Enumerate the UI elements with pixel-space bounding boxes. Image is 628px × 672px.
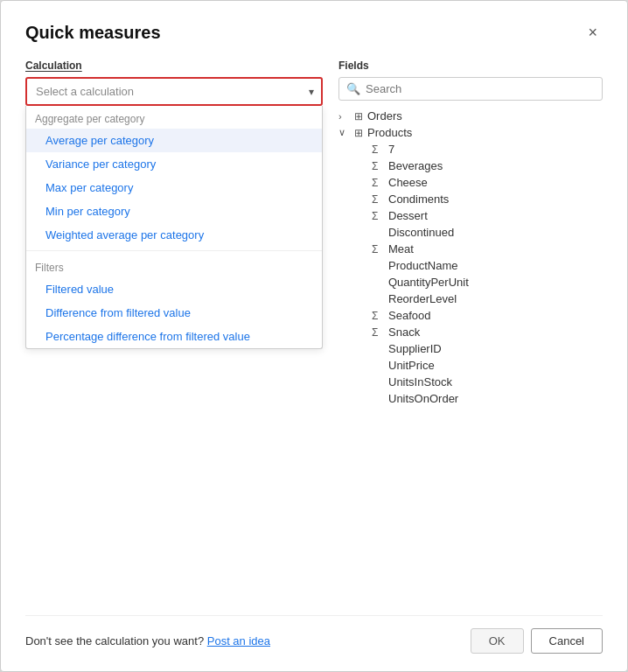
tree-item-unitprice[interactable]: UnitPrice xyxy=(338,357,603,374)
sigma-icon: Σ xyxy=(372,310,384,322)
calculation-dropdown[interactable]: Select a calculation xyxy=(25,77,323,106)
field-unitprice-label: UnitPrice xyxy=(388,359,435,372)
fields-tree: › ⊞ Orders ∨ ⊞ Products Σ 7 Σ Beverage xyxy=(338,108,603,594)
group2-label: Filters xyxy=(26,255,322,277)
field-productname-label: ProductName xyxy=(388,259,457,272)
field-dessert-label: Dessert xyxy=(388,209,428,222)
field-meat-label: Meat xyxy=(388,242,414,256)
footer-buttons: OK Cancel xyxy=(471,628,603,654)
sigma-icon: Σ xyxy=(372,144,384,156)
chevron-right-icon: › xyxy=(338,111,351,122)
fields-label: Fields xyxy=(338,60,603,72)
search-input[interactable] xyxy=(366,82,595,95)
ok-button[interactable]: OK xyxy=(471,628,524,654)
tree-item-meat[interactable]: Σ Meat xyxy=(338,241,603,257)
sigma-icon: Σ xyxy=(372,243,384,256)
no-sigma-spacer xyxy=(372,393,384,405)
products-label: Products xyxy=(367,126,412,139)
table-icon: ⊞ xyxy=(354,110,363,122)
dropdown-item-average[interactable]: Average per category xyxy=(26,129,322,152)
dropdown-item-pct-diff-filtered[interactable]: Percentage difference from filtered valu… xyxy=(26,325,322,348)
sigma-icon: Σ xyxy=(372,326,384,339)
field-condiments-label: Condiments xyxy=(388,192,449,206)
quick-measures-dialog: Quick measures × Calculation Select a ca… xyxy=(0,0,628,672)
group1-label: Aggregate per category xyxy=(26,106,322,129)
tree-item-reorderlevel[interactable]: ReorderLevel xyxy=(338,290,603,307)
dropdown-item-weighted[interactable]: Weighted average per category xyxy=(26,223,322,247)
dropdown-item-min[interactable]: Min per category xyxy=(26,200,322,223)
field-reorderlevel-label: ReorderLevel xyxy=(388,292,457,305)
left-panel: Calculation Select a calculation ▾ Aggre… xyxy=(25,60,323,594)
tree-item-products[interactable]: ∨ ⊞ Products xyxy=(338,124,603,141)
no-sigma-spacer xyxy=(372,343,384,355)
tree-item-snack[interactable]: Σ Snack xyxy=(338,324,603,340)
dropdown-list: Aggregate per category Average per categ… xyxy=(25,106,323,349)
table-icon: ⊞ xyxy=(354,127,363,139)
dropdown-item-filtered[interactable]: Filtered value xyxy=(26,277,322,301)
tree-item-beverages[interactable]: Σ Beverages xyxy=(338,158,603,174)
sigma-icon: Σ xyxy=(372,210,384,222)
search-icon: 🔍 xyxy=(346,82,360,95)
tree-item-cheese[interactable]: Σ Cheese xyxy=(338,174,603,191)
tree-item-unitsinstock[interactable]: UnitsInStock xyxy=(338,374,603,390)
search-box: 🔍 xyxy=(338,77,603,101)
sigma-icon: Σ xyxy=(372,193,384,206)
tree-item-unitsonorder[interactable]: UnitsOnOrder xyxy=(338,390,603,407)
no-sigma-spacer xyxy=(372,376,384,388)
sigma-icon: Σ xyxy=(372,160,384,172)
field-unitsonorder-label: UnitsOnOrder xyxy=(388,392,458,405)
dropdown-item-diff-filtered[interactable]: Difference from filtered value xyxy=(26,301,322,325)
footer-hint: Don't see the calculation you want? Post… xyxy=(25,634,270,648)
post-idea-link[interactable]: Post an idea xyxy=(207,634,270,648)
right-panel: Fields 🔍 › ⊞ Orders ∨ ⊞ Products xyxy=(338,60,603,594)
dropdown-item-variance[interactable]: Variance per category xyxy=(26,152,322,176)
no-sigma-spacer xyxy=(372,260,384,272)
tree-item-orders[interactable]: › ⊞ Orders xyxy=(338,108,603,124)
tree-item-discontinued[interactable]: Discontinued xyxy=(338,224,603,241)
dialog-title: Quick measures xyxy=(25,23,161,43)
close-button[interactable]: × xyxy=(583,22,603,44)
cancel-button[interactable]: Cancel xyxy=(531,628,603,654)
no-sigma-spacer xyxy=(372,227,384,239)
field-seafood-label: Seafood xyxy=(388,309,430,322)
dropdown-item-max[interactable]: Max per category xyxy=(26,176,322,200)
tree-item-quantityperunit[interactable]: QuantityPerUnit xyxy=(338,274,603,290)
tree-item-condiments[interactable]: Σ Condiments xyxy=(338,191,603,207)
dialog-header: Quick measures × xyxy=(25,22,603,44)
field-supplierid-label: SupplierID xyxy=(388,342,442,355)
tree-item-seafood[interactable]: Σ Seafood xyxy=(338,307,603,324)
no-sigma-spacer xyxy=(372,360,384,372)
calculation-label: Calculation xyxy=(25,60,323,72)
field-beverages-label: Beverages xyxy=(388,159,443,172)
dialog-footer: Don't see the calculation you want? Post… xyxy=(25,615,603,654)
field-7-label: 7 xyxy=(388,143,394,156)
no-sigma-spacer xyxy=(372,276,384,289)
calculation-dropdown-wrapper: Select a calculation ▾ xyxy=(25,77,323,106)
tree-item-dessert[interactable]: Σ Dessert xyxy=(338,207,603,224)
tree-item-supplierid[interactable]: SupplierID xyxy=(338,340,603,357)
tree-item-productname[interactable]: ProductName xyxy=(338,257,603,274)
field-unitsinstock-label: UnitsInStock xyxy=(388,375,452,388)
no-sigma-spacer xyxy=(372,293,384,305)
field-quantityperunit-label: QuantityPerUnit xyxy=(388,276,469,289)
hint-text: Don't see the calculation you want? xyxy=(25,634,204,648)
chevron-down-icon: ∨ xyxy=(338,127,351,138)
orders-label: Orders xyxy=(367,109,402,122)
field-snack-label: Snack xyxy=(388,326,420,339)
content-area: Calculation Select a calculation ▾ Aggre… xyxy=(25,60,603,594)
tree-item-7[interactable]: Σ 7 xyxy=(338,141,603,158)
sigma-icon: Σ xyxy=(372,177,384,189)
field-cheese-label: Cheese xyxy=(388,176,428,189)
field-discontinued-label: Discontinued xyxy=(388,226,454,239)
